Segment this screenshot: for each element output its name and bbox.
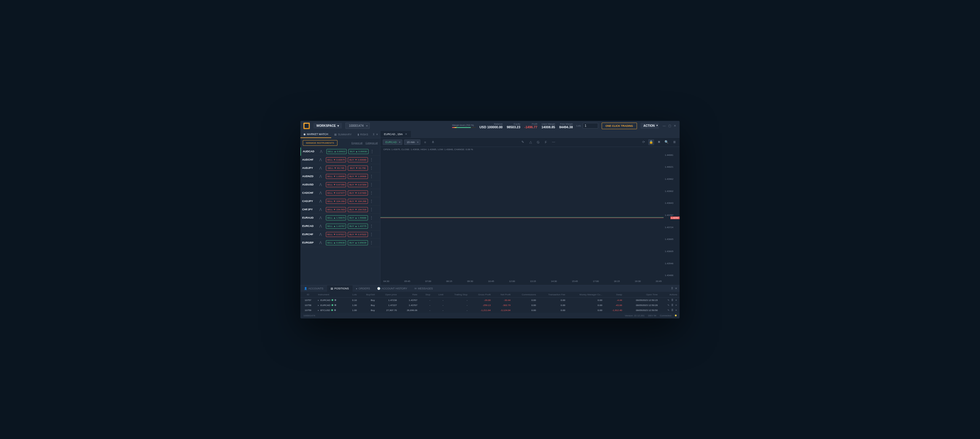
account-selector[interactable]: 100001474 [345,122,370,129]
row-close-icon[interactable]: ✕ [675,299,677,302]
mini-chart-icon[interactable]: ⋀ [319,183,324,186]
buy-button[interactable]: BUY ▲ 1.43775 [348,224,368,229]
mini-chart-icon[interactable]: ⋀ [319,216,324,220]
tab-account-history[interactable]: 🕘 ACCOUNT HISTORY [374,285,411,292]
delete-icon[interactable]: ✖ [656,139,662,145]
buy-button[interactable]: BUY ▼ 154.516 [348,207,368,212]
one-click-trading-button[interactable]: ONE CLICK TRADING [602,122,637,129]
edit-icon[interactable]: ✎ [667,309,670,312]
buy-button[interactable]: BUY ▼ 0.60680 [348,157,368,162]
indicator-icon[interactable]: ≡ [422,139,428,145]
draw-pencil-icon[interactable]: ✎ [520,139,526,145]
draw-gann-icon[interactable]: G [535,139,541,145]
mini-chart-icon[interactable]: ⋀ [320,150,325,153]
manage-instruments-button[interactable]: MANAGE INSTRUMENTS [303,140,337,146]
sell-button[interactable]: SELL ▼ 0.97017 [326,232,346,237]
instrument-row[interactable]: AUDCHF⋀SELL ▼ 0.60675BUY ▼ 0.60680⋮ [301,156,380,164]
list-icon[interactable]: ≣ [671,304,673,307]
mini-chart-icon[interactable]: ⋀ [319,166,324,170]
panel-close-icon[interactable]: ✕ [675,287,677,290]
mini-chart-icon[interactable]: ⋀ [319,191,324,195]
sell-button[interactable]: SELL ▲ 1.43767 [326,224,346,229]
sell-button[interactable]: SELL ▼ 104.260 [326,199,346,204]
more-icon[interactable]: ⋮ [370,191,373,195]
action-menu[interactable]: ACTION [641,122,659,129]
instrument-row[interactable]: AUDJPY⋀SELL ▼ 93.745BUY ▼ 93.750⋮ [301,164,380,172]
mini-chart-icon[interactable]: ⋀ [319,208,324,211]
draw-wave-icon[interactable]: 〰 [551,139,557,145]
close-icon[interactable]: ✕ [673,124,677,128]
mini-chart-icon[interactable]: ⋀ [319,175,324,178]
workspace-selector[interactable]: WORKSPACE▾ [313,123,342,129]
buy-button[interactable]: BUY ▲ 1.59886 [348,215,368,220]
more-icon[interactable]: ⋮ [370,174,373,178]
panel-pin-icon[interactable]: ⊼ [671,287,673,290]
more-icon[interactable]: ⋮ [370,240,373,245]
instrument-row[interactable]: EURGBP⋀SELL ▲ 0.85630BUY ▲ 0.85639⋮ [301,239,380,247]
sell-button[interactable]: SELL ▼ 0.60675 [326,157,346,162]
candlestick-chart[interactable] [380,152,663,279]
instrument-row[interactable]: EURCHF⋀SELL ▼ 0.97017BUY ▼ 0.97022⋮ [301,231,380,239]
sell-button[interactable]: SELL ▲ 0.85630 [326,240,346,245]
position-row[interactable]: 10757▸ EURCAD 0.10Buy1.472381.43767----2… [301,297,679,303]
buy-button[interactable]: BUY ▼ 93.750 [348,165,368,171]
sell-button[interactable]: SELL ▼ 1.09898 [326,174,346,179]
instrument-row[interactable]: EURCAD⋀SELL ▲ 1.43767BUY ▲ 1.43775⋮ [301,222,380,231]
instrument-row[interactable]: CADCHF⋀SELL ▼ 0.67477BUY ▼ 0.67483⋮ [301,189,380,197]
chart-type-icon[interactable]: ⋔ [430,139,436,145]
list-icon[interactable]: ≣ [671,309,673,312]
buy-button[interactable]: BUY ▼ 1.09906 [348,174,368,179]
chart-tab-close-icon[interactable]: ✕ [405,133,407,136]
more-icon[interactable]: ⋮ [370,183,373,187]
position-row[interactable]: 10758▸ EURCAD 1.00Buy1.472271.43767----2… [301,303,679,308]
collapse-all-link[interactable]: Collapse all [366,142,378,144]
instrument-row[interactable]: CADJPY⋀SELL ▼ 104.260BUY ▼ 104.266⋮ [301,197,380,205]
buy-button[interactable]: BUY ▲ 0.85639 [348,240,368,245]
more-icon[interactable]: ⋮ [370,149,374,153]
chart-symbol-selector[interactable]: EURCAD [383,140,402,145]
more-icon[interactable]: ⋮ [370,157,373,162]
buy-button[interactable]: BUY ▼ 0.97022 [348,232,368,237]
chart-timeframe-selector[interactable]: 15 min [404,140,420,145]
sell-button[interactable]: SELL ▼ 0.67477 [326,191,346,196]
mini-chart-icon[interactable]: ⋀ [319,224,324,228]
chart-tab[interactable]: EURCAD , 15m ✕ [380,131,411,137]
lock-icon[interactable]: 🔒 [648,139,654,145]
tab-market-watch[interactable]: ◉ MARKET WATCH [301,131,331,138]
draw-fib-icon[interactable]: F [543,139,549,145]
instrument-row[interactable]: EURAUD⋀SELL ▲ 1.59879BUY ▲ 1.59886⋮ [301,214,380,222]
refresh-icon[interactable]: ⟳ [641,139,646,145]
row-close-icon[interactable]: ✕ [675,304,677,307]
tab-orders[interactable]: ▸ ORDERS [353,285,374,292]
settings-icon[interactable]: ≣ [671,139,677,145]
search-icon[interactable]: 🔍 [663,139,670,145]
tab-risks[interactable]: ▮ RISKS [355,131,371,138]
more-icon[interactable]: ⋮ [370,216,373,220]
sell-button[interactable]: SELL ▲ 0.89922 [326,149,347,154]
buy-button[interactable]: BUY ▲ 0.89930 [348,149,369,154]
minimize-icon[interactable]: — [662,124,666,128]
more-icon[interactable]: ⋮ [370,199,373,203]
tab-messages[interactable]: ✉ MESSAGES [411,285,437,292]
buy-button[interactable]: BUY ▼ 104.266 [348,199,368,204]
tab-summary[interactable]: ▦ SUMMARY [331,131,355,138]
panel-close-icon[interactable]: ✕ [376,133,378,136]
sell-button[interactable]: SELL ▼ 154.503 [326,207,346,212]
position-row[interactable]: 10759▸ BTCUSD 1.00Buy27,907.7026,696.06-… [301,308,679,313]
sell-button[interactable]: SELL ▼ 0.67350 [326,182,346,187]
buy-button[interactable]: BUY ▼ 0.67483 [348,191,368,196]
more-icon[interactable]: ⋮ [370,207,373,212]
edit-icon[interactable]: ✎ [667,299,670,302]
mini-chart-icon[interactable]: ⋀ [319,158,324,161]
mini-chart-icon[interactable]: ⋀ [319,241,324,244]
mini-chart-icon[interactable]: ⋀ [319,199,324,203]
instrument-row[interactable]: AUDUSD⋀SELL ▼ 0.67350BUY ▼ 0.67354⋮ [301,181,380,189]
edit-icon[interactable]: ✎ [667,304,670,307]
mini-chart-icon[interactable]: ⋀ [319,232,324,236]
more-icon[interactable]: ⋮ [370,232,373,236]
sell-button[interactable]: SELL ▼ 93.745 [326,165,346,171]
tab-accounts[interactable]: 👤 ACCOUNTS [301,285,327,292]
more-icon[interactable]: ⋮ [370,166,373,170]
expand-all-link[interactable]: Expand all [352,142,362,144]
pin-icon[interactable]: ⊼ [373,133,375,136]
